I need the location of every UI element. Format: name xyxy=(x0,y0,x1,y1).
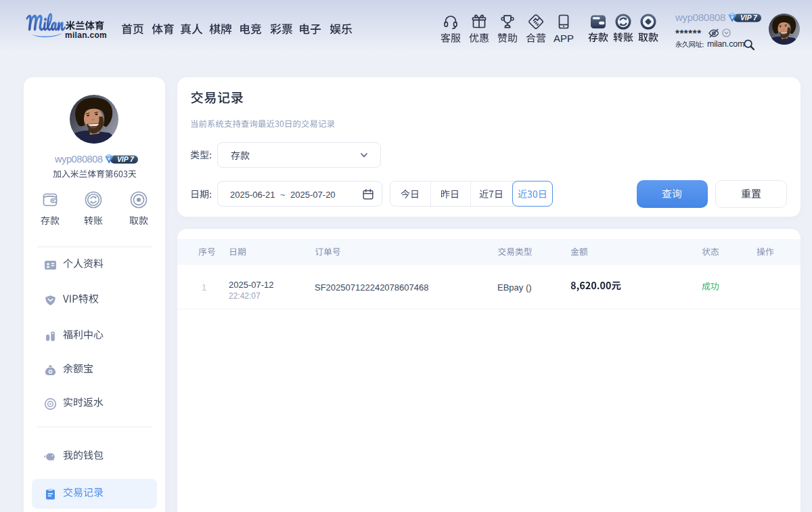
svg-text:VIP 7: VIP 7 xyxy=(740,14,758,22)
svg-text:VIP 7: VIP 7 xyxy=(117,156,135,163)
